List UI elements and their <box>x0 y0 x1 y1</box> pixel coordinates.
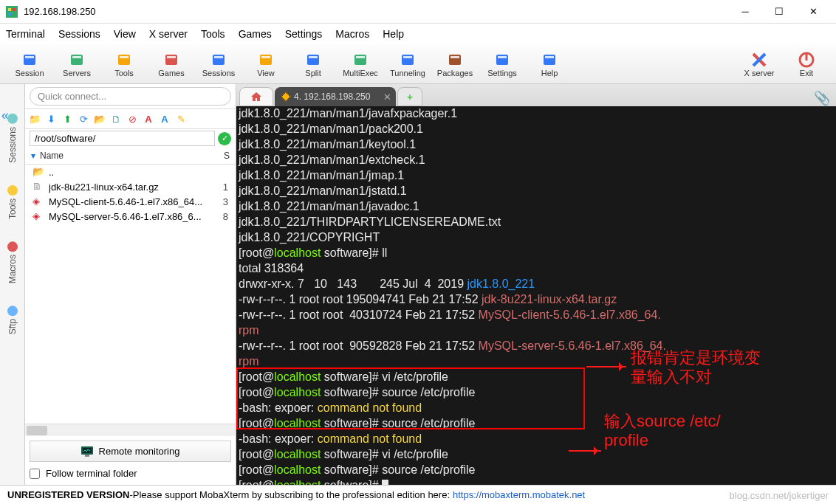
add-folder-icon[interactable]: 📂 <box>92 111 108 127</box>
new-folder-icon[interactable]: 📁 <box>27 111 43 127</box>
status-message: Please support MobaXterm by subscribing … <box>133 489 450 500</box>
toolbar-label: Servers <box>63 69 91 77</box>
toolbar-label: View <box>257 69 275 77</box>
svg-rect-0 <box>6 6 18 18</box>
side-tab-sftp[interactable]: Sftp <box>7 305 18 334</box>
menu-help[interactable]: Help <box>383 28 404 40</box>
menu-view[interactable]: View <box>114 28 136 40</box>
file-row[interactable]: ◈MySQL-server-5.6.46-1.el7.x86_6...8 <box>25 209 236 224</box>
menu-x-server[interactable]: X server <box>149 28 188 40</box>
settings-icon <box>493 51 511 69</box>
aa-icon[interactable]: A <box>140 111 157 127</box>
tab-active-session[interactable]: 4. 192.168.198.250 ✕ <box>275 87 396 106</box>
toolbar-label: Games <box>158 69 184 77</box>
side-tab-tools[interactable]: Tools <box>7 185 18 219</box>
tab-close-icon[interactable]: ✕ <box>383 92 391 103</box>
add-file-icon[interactable]: 🗋 <box>108 111 124 127</box>
tab-label: 4. 192.168.198.250 <box>294 92 370 102</box>
menu-settings[interactable]: Settings <box>285 28 323 40</box>
follow-terminal-checkbox[interactable]: Follow terminal folder <box>30 468 231 479</box>
view-icon <box>257 51 275 69</box>
tab-new[interactable]: ＋ <box>397 87 422 106</box>
col-name-header[interactable]: Name <box>40 151 224 161</box>
toolbar-label: Sessions <box>202 69 236 77</box>
split-icon <box>304 51 322 69</box>
tunneling-icon <box>399 51 417 69</box>
delete-icon[interactable]: ⊘ <box>124 111 140 127</box>
toolbar-multiexec[interactable]: MultiExec <box>337 46 384 83</box>
close-button[interactable]: ✕ <box>796 0 830 24</box>
path-bar: ✓ <box>30 131 231 146</box>
session-icon <box>281 92 291 102</box>
tab-home[interactable] <box>239 87 273 106</box>
toolbar-sessions[interactable]: Sessions <box>195 46 242 83</box>
menu-bar: TerminalSessionsViewX serverToolsGamesSe… <box>0 24 836 44</box>
upload-icon[interactable]: ⬆ <box>59 111 75 127</box>
sftp-panel: Quick connect... 📁 ⬇ ⬆ ⟳ 📂 🗋 ⊘ A A ✎ ✓ ▾… <box>25 84 236 485</box>
download-icon[interactable]: ⬇ <box>43 111 59 127</box>
file-icon: ◈ <box>32 210 44 222</box>
toolbar-label: Session <box>15 69 44 77</box>
attachment-icon[interactable]: 📎 <box>814 90 830 106</box>
path-input[interactable] <box>30 131 215 146</box>
annotation-2: 输入source /etc/ profile <box>604 412 721 450</box>
title-bar: 192.168.198.250 ─ ☐ ✕ <box>0 0 836 24</box>
toolbar-label: Tools <box>114 69 134 77</box>
svg-rect-21 <box>403 56 412 58</box>
monitor-icon <box>81 446 93 457</box>
svg-rect-23 <box>450 56 459 58</box>
highlight-icon[interactable]: ✎ <box>173 111 189 127</box>
side-tab-macros[interactable]: Macros <box>7 241 18 283</box>
menu-tools[interactable]: Tools <box>201 28 225 40</box>
servers-icon <box>68 51 86 69</box>
toolbar-settings[interactable]: Settings <box>479 46 526 83</box>
menu-sessions[interactable]: Sessions <box>58 28 100 40</box>
multiexec-icon <box>352 51 369 69</box>
side-tab-icon <box>7 185 18 196</box>
file-row[interactable]: 📂.. <box>25 165 236 179</box>
side-tab-icon <box>7 241 18 252</box>
status-link[interactable]: https://mobaxterm.mobatek.net <box>453 489 585 500</box>
svg-rect-34 <box>85 455 89 457</box>
toolbar-help[interactable]: Help <box>526 46 573 83</box>
exit-icon <box>798 51 815 69</box>
maximize-button[interactable]: ☐ <box>762 0 796 24</box>
toolbar-session[interactable]: Session <box>6 46 53 83</box>
toolbar-split[interactable]: Split <box>289 46 337 83</box>
toolbar-x-server[interactable]: X server <box>736 46 783 83</box>
file-name: MySQL-server-5.6.46-1.el7.x86_6... <box>49 211 215 222</box>
menu-games[interactable]: Games <box>239 28 272 40</box>
quick-connect-input[interactable]: Quick connect... <box>30 87 231 106</box>
menu-terminal[interactable]: Terminal <box>6 28 45 40</box>
refresh-icon[interactable]: ⟳ <box>75 111 92 127</box>
arrow-1 <box>586 366 626 367</box>
toolbar-label: Tunneling <box>390 69 425 77</box>
side-tab-sessions[interactable]: Sessions <box>7 114 18 163</box>
packages-icon <box>446 51 464 69</box>
minimize-button[interactable]: ─ <box>728 0 762 24</box>
toolbar-packages[interactable]: Packages <box>431 46 479 83</box>
file-row[interactable]: 🗎jdk-8u221-linux-x64.tar.gz1 <box>25 179 236 194</box>
remote-monitoring-button[interactable]: Remote monitoring <box>30 441 231 462</box>
games-icon <box>162 51 180 69</box>
terminal-output[interactable]: jdk1.8.0_221/man/man1/javafxpackager.1 j… <box>236 106 836 485</box>
toolbar-servers[interactable]: Servers <box>53 46 100 83</box>
toolbar-tools[interactable]: Tools <box>100 46 148 83</box>
toolbar-exit[interactable]: Exit <box>783 46 830 83</box>
file-name: MySQL-client-5.6.46-1.el7.x86_64... <box>49 196 215 207</box>
toolbar-games[interactable]: Games <box>148 46 195 83</box>
toolbar-view[interactable]: View <box>242 46 289 83</box>
aa2-icon[interactable]: A <box>157 111 173 127</box>
home-icon <box>250 92 262 102</box>
follow-terminal-input[interactable] <box>30 469 40 479</box>
file-row[interactable]: ◈MySQL-client-5.6.46-1.el7.x86_64...3 <box>25 194 236 209</box>
file-size: 8 <box>219 211 228 222</box>
menu-macros[interactable]: Macros <box>335 28 369 40</box>
col-size-header[interactable]: S <box>224 151 230 161</box>
toolbar-tunneling[interactable]: Tunneling <box>384 46 431 83</box>
watermark: blog.csdn.net/jokertiger <box>730 490 829 501</box>
file-list-header[interactable]: ▾ Name S <box>25 148 236 165</box>
toolbar-label: Exit <box>800 69 813 77</box>
hscrollbar[interactable] <box>25 424 236 436</box>
svg-rect-7 <box>72 56 81 58</box>
